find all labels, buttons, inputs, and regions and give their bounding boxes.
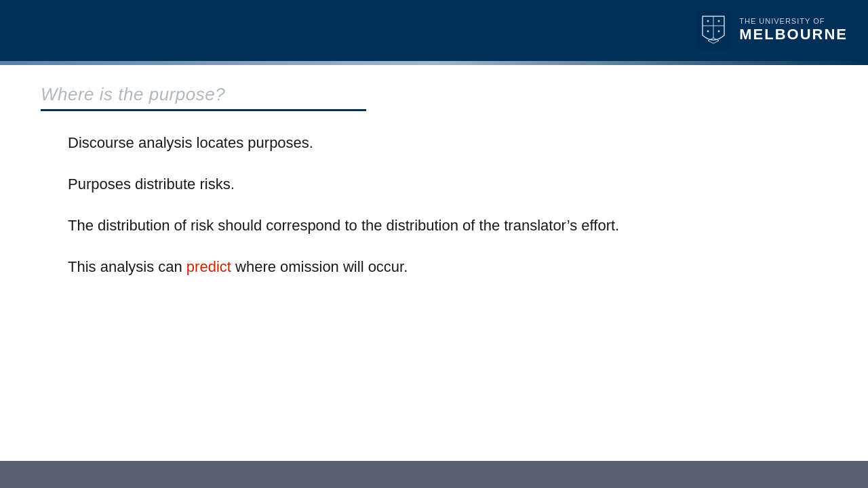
paragraph-4-after: where omission will occur. xyxy=(231,258,408,275)
paragraph-2: Purposes distribute risks. xyxy=(68,173,827,195)
svg-point-3 xyxy=(707,20,709,22)
slide-title-container: Where is the purpose? xyxy=(41,84,827,111)
university-crest-icon xyxy=(696,11,731,50)
svg-point-4 xyxy=(718,20,720,22)
paragraph-1: Discourse analysis locates purposes. xyxy=(68,131,827,154)
body-text: Discourse analysis locates purposes. Pur… xyxy=(68,131,827,278)
title-underline xyxy=(41,109,366,111)
paragraph-4: This analysis can predict where omission… xyxy=(68,256,827,278)
svg-point-6 xyxy=(718,30,720,33)
footer xyxy=(0,461,868,488)
university-name: THE UNIVERSITY OF MELBOURNE xyxy=(739,17,848,44)
university-bottom-text: MELBOURNE xyxy=(739,26,848,43)
paragraph-4-before: This analysis can xyxy=(68,258,186,275)
paragraph-3: The distribution of risk should correspo… xyxy=(68,214,827,237)
slide-content: Where is the purpose? Discourse analysis… xyxy=(0,65,868,461)
svg-point-5 xyxy=(707,30,709,33)
header: THE UNIVERSITY OF MELBOURNE xyxy=(0,0,868,61)
slide-title: Where is the purpose? xyxy=(41,84,827,105)
paragraph-4-highlight: predict xyxy=(186,258,231,275)
university-top-text: THE UNIVERSITY OF xyxy=(739,17,848,26)
logo-area: THE UNIVERSITY OF MELBOURNE xyxy=(696,11,848,50)
